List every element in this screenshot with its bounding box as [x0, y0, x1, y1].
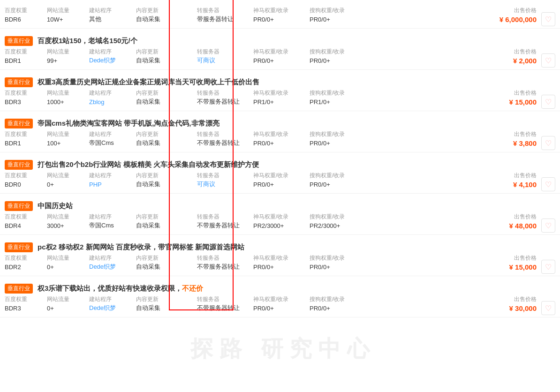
- favorite-button[interactable]: ♡: [541, 301, 555, 315]
- shenma-val: PR2/3000+: [253, 222, 310, 229]
- meta-val-row: BDR1 100+ 帝国Cms 自动采集 不带服务器转让 PR0/0+ PR0/…: [0, 139, 560, 147]
- list-item: 垂直行业 权3乐谱下载站出，优质好站有快速收录权限，不还价 百度权重 网站流量 …: [0, 276, 560, 317]
- item-title-row: 垂直行业 帝国cms礼物类淘宝客网站 带手机版,淘点金代码,非常漂亮: [0, 116, 560, 130]
- header-content: 内容更新: [136, 213, 197, 221]
- content-val: 自动采集: [136, 263, 197, 271]
- header-server: 转服务器: [197, 89, 253, 97]
- shenma-val: PR1/0+: [253, 98, 310, 106]
- item-title[interactable]: 帝国cms礼物类淘宝客网站 带手机版,淘点金代码,非常漂亮: [38, 119, 555, 128]
- flow-val: 0+: [47, 264, 89, 271]
- baidu-weight-val: BDR1: [5, 57, 47, 64]
- header-flow: 网站流量: [47, 254, 89, 262]
- item-title[interactable]: 权重3高质量历史网站正规企业备案正规词库当天可收周收上千低价出售: [38, 78, 555, 87]
- meta-val-row: BDR1 99+ Dede织梦 自动采集 可商议 PR0/0+ PR0/0+ ¥…: [0, 56, 560, 65]
- item-title-row: 垂直行业 中国历史站: [0, 198, 560, 213]
- price-val: ¥ 48,000: [366, 222, 555, 230]
- shenma-val: PR0/0+: [253, 57, 310, 64]
- meta-val-row: BDR4 3000+ 帝国Cms 自动采集 不带服务器转让 PR2/3000+ …: [0, 221, 560, 230]
- item-title[interactable]: 中国历史站: [38, 202, 555, 211]
- category-tag: 垂直行业: [5, 284, 33, 294]
- baidu-weight-val: BDR2: [5, 264, 47, 271]
- item-title-row: 垂直行业 权3乐谱下载站出，优质好站有快速收录权限，不还价: [0, 281, 560, 295]
- item-title[interactable]: pc权2 移动权2 新闻网站 百度秒收录，带官网标签 新闻源首选网站: [38, 243, 555, 252]
- price-val: ¥ 2,000: [366, 57, 555, 65]
- baidu-weight-val: BDR3: [5, 305, 47, 312]
- program-val: 帝国Cms: [89, 221, 136, 230]
- header-content: 内容更新: [136, 130, 197, 138]
- header-baidu-weight: 百度权重: [5, 172, 47, 180]
- baidu-weight-val: BDR6: [5, 16, 47, 23]
- favorite-button[interactable]: ♡: [541, 260, 555, 274]
- list-item: 百度权重 网站流量 建站程序 内容更新 转服务器 神马权重/收录 搜狗权重/收录…: [0, 0, 560, 29]
- sougou-val: PR0/0+: [310, 140, 366, 147]
- category-tag: 垂直行业: [5, 36, 33, 46]
- header-server: 转服务器: [197, 7, 253, 15]
- item-title-row: 垂直行业 权重3高质量历史网站正规企业备案正规词库当天可收周收上千低价出售: [0, 75, 560, 89]
- item-title[interactable]: 权3乐谱下载站出，优质好站有快速收录权限，不还价: [38, 284, 555, 293]
- list-item: 垂直行业 百度权1站150，老域名150元/个 百度权重 网站流量 建站程序 内…: [0, 29, 560, 70]
- header-program: 建站程序: [89, 295, 136, 303]
- header-program: 建站程序: [89, 89, 136, 97]
- price-val: ¥ 4,100: [366, 181, 555, 188]
- sougou-val: PR0/0+: [310, 57, 366, 64]
- header-sougou: 搜狗权重/收录: [310, 130, 366, 138]
- header-shenma: 神马权重/收录: [253, 172, 310, 180]
- category-tag: 垂直行业: [5, 242, 33, 252]
- content-val: 自动采集: [136, 304, 197, 312]
- header-flow: 网站流量: [47, 213, 89, 221]
- header-content: 内容更新: [136, 89, 197, 97]
- program-val: 帝国Cms: [89, 139, 136, 147]
- baidu-weight-val: BDR3: [5, 98, 47, 106]
- header-sougou: 搜狗权重/收录: [310, 172, 366, 180]
- favorite-button[interactable]: ♡: [541, 177, 555, 191]
- favorite-button[interactable]: ♡: [541, 95, 555, 109]
- header-program: 建站程序: [89, 213, 136, 221]
- program-val: Dede织梦: [89, 263, 136, 271]
- meta-val-row: BDR6 10W+ 其他 自动采集 带服务器转让 PR0/0+ PR0/0+ ¥…: [0, 15, 560, 23]
- shenma-val: PR0/0+: [253, 181, 310, 188]
- item-title-row: 垂直行业 pc权2 移动权2 新闻网站 百度秒收录，带官网标签 新闻源首选网站: [0, 240, 560, 254]
- header-price: 出售价格: [366, 89, 555, 97]
- header-flow: 网站流量: [47, 89, 89, 97]
- list-item: 垂直行业 pc权2 移动权2 新闻网站 百度秒收录，带官网标签 新闻源首选网站 …: [0, 235, 560, 276]
- header-server: 转服务器: [197, 254, 253, 262]
- sougou-val: PR1/0+: [310, 98, 366, 106]
- flow-val: 3000+: [47, 222, 89, 229]
- header-content: 内容更新: [136, 7, 197, 15]
- favorite-button[interactable]: ♡: [541, 12, 555, 26]
- header-sougou: 搜狗权重/收录: [310, 89, 366, 97]
- header-server: 转服务器: [197, 172, 253, 180]
- header-shenma: 神马权重/收录: [253, 254, 310, 262]
- meta-header-row: 百度权重 网站流量 建站程序 内容更新 转服务器 神马权重/收录 搜狗权重/收录…: [0, 213, 560, 221]
- category-tag: 垂直行业: [5, 77, 33, 87]
- item-title-row: 垂直行业 百度权1站150，老域名150元/个: [0, 33, 560, 48]
- header-server: 转服务器: [197, 48, 253, 56]
- header-baidu-weight: 百度权重: [5, 254, 47, 262]
- item-title[interactable]: 打包出售20个b2b行业网站 模板精美 火车头采集自动发布更新维护方便: [38, 160, 555, 169]
- header-content: 内容更新: [136, 254, 197, 262]
- header-sougou: 搜狗权重/收录: [310, 295, 366, 303]
- favorite-button[interactable]: ♡: [541, 219, 555, 233]
- header-price: 出售价格: [366, 7, 555, 15]
- flow-val: 0+: [47, 181, 89, 188]
- favorite-button[interactable]: ♡: [541, 53, 555, 68]
- list-item: 垂直行业 打包出售20个b2b行业网站 模板精美 火车头采集自动发布更新维护方便…: [0, 152, 560, 194]
- content-val: 自动采集: [136, 139, 197, 147]
- favorite-button[interactable]: ♡: [541, 136, 555, 150]
- header-flow: 网站流量: [47, 7, 89, 15]
- price-val: ¥ 15,000: [366, 263, 555, 271]
- server-val: 可商议: [197, 180, 253, 188]
- header-flow: 网站流量: [47, 295, 89, 303]
- program-val: 其他: [89, 15, 136, 23]
- price-val: ¥ 30,000: [366, 304, 555, 312]
- item-title[interactable]: 百度权1站150，老域名150元/个: [38, 37, 555, 45]
- header-content: 内容更新: [136, 48, 197, 56]
- server-val: 不带服务器转让: [197, 98, 253, 106]
- header-shenma: 神马权重/收录: [253, 7, 310, 15]
- header-baidu-weight: 百度权重: [5, 48, 47, 56]
- meta-header-row: 百度权重 网站流量 建站程序 内容更新 转服务器 神马权重/收录 搜狗权重/收录…: [0, 89, 560, 97]
- program-val: Dede织梦: [89, 56, 136, 65]
- header-server: 转服务器: [197, 295, 253, 303]
- sougou-val: PR0/0+: [310, 16, 366, 23]
- content-val: 自动采集: [136, 56, 197, 65]
